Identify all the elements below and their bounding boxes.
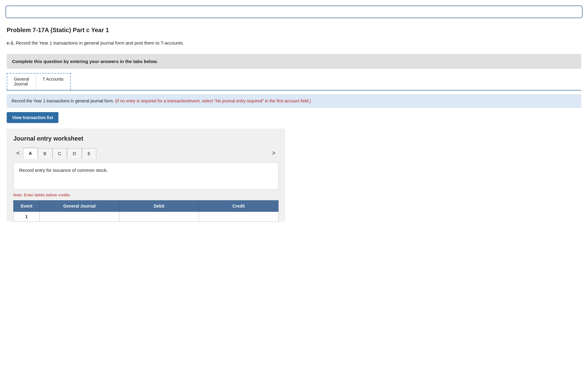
info-box: Record the Year 1 transactions in genera…: [7, 94, 581, 108]
debit-field[interactable]: [119, 212, 199, 222]
entry-tab-c[interactable]: C: [52, 148, 67, 158]
problem-title: Problem 7-17A (Static) Part c Year 1: [7, 27, 581, 34]
info-red-text: (If no entry is required for a transacti…: [115, 98, 311, 103]
worksheet-title: Journal entry worksheet: [13, 135, 279, 142]
table-header-general-journal: General Journal: [40, 201, 119, 212]
credit-field[interactable]: [199, 212, 279, 222]
entry-tab-b[interactable]: B: [38, 148, 52, 158]
instruction-label: c-1.: [7, 40, 15, 45]
entry-description: Record entry for issuance of common stoc…: [13, 162, 279, 190]
debit-input[interactable]: [124, 214, 194, 219]
tab-content: Record the Year 1 transactions in genera…: [7, 90, 581, 222]
table-header-credit: Credit: [199, 201, 279, 212]
gray-box: Complete this question by entering your …: [7, 54, 581, 69]
journal-table: Event General Journal Debit Credit 1: [13, 200, 279, 222]
journal-entry-input[interactable]: [44, 214, 115, 219]
table-header-event: Event: [14, 201, 40, 212]
tab-t-accounts[interactable]: T Accounts: [36, 74, 70, 90]
credit-input[interactable]: [203, 214, 274, 219]
instruction-text: c-1. Record the Year 1 transactions in g…: [7, 40, 581, 45]
info-main-text: Record the Year 1 transactions in genera…: [12, 98, 114, 103]
table-header-debit: Debit: [119, 201, 199, 212]
entry-tab-e[interactable]: E: [82, 148, 96, 158]
entry-nav-right-button[interactable]: >: [269, 148, 279, 158]
gray-box-text: Complete this question by entering your …: [12, 59, 158, 64]
entry-tabs-row: < A B C D E >: [13, 148, 279, 159]
entry-tab-d[interactable]: D: [67, 148, 82, 158]
top-border: [5, 5, 583, 18]
entry-nav-left-button[interactable]: <: [13, 148, 23, 158]
journal-entry-field[interactable]: [40, 212, 119, 222]
instruction-body: Record the Year 1 transactions in genera…: [16, 40, 184, 45]
view-transaction-list-button[interactable]: View transaction list: [7, 112, 58, 123]
table-row: 1: [14, 212, 279, 222]
tab-general-journal[interactable]: General Journal: [7, 74, 36, 90]
entry-tab-a[interactable]: A: [23, 148, 38, 159]
event-number: 1: [14, 212, 40, 222]
note-text: Note: Enter debits before credits.: [13, 193, 279, 197]
worksheet-card: Journal entry worksheet < A B C D E > Re…: [7, 128, 285, 222]
tab-container: General Journal T Accounts: [7, 73, 71, 90]
